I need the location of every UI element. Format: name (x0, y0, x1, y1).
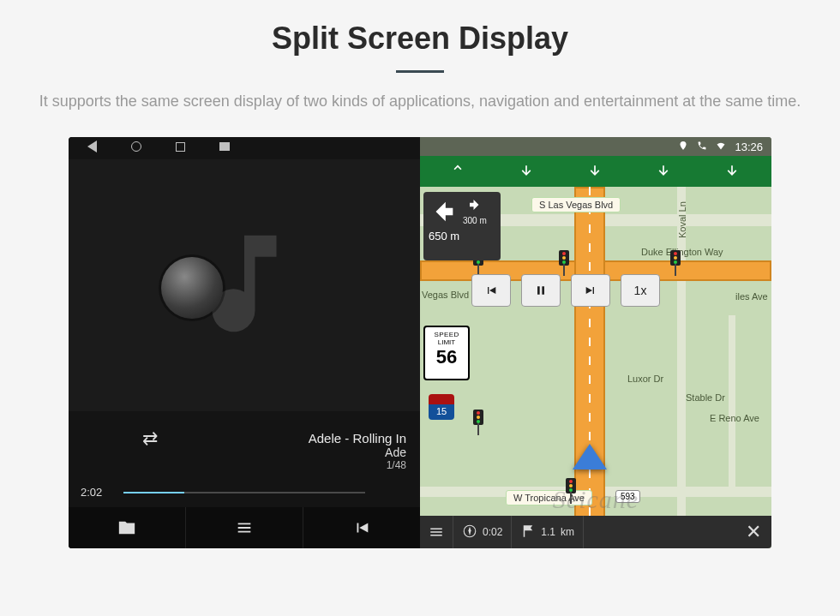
remaining-dist: 1.1 (541, 526, 555, 538)
lane-arrow-icon (651, 159, 675, 183)
lane-arrow-icon (514, 159, 538, 183)
progress-row: 2:02 (69, 486, 420, 499)
eta-display: 0:02 (453, 516, 512, 548)
music-bottom-controls (69, 507, 420, 548)
page-subtitle: It supports the same screen display of t… (0, 90, 840, 137)
next-turn-dist: 300 (463, 216, 477, 225)
speed-label-2: LIMIT (425, 338, 468, 346)
android-nav-bar (69, 141, 230, 153)
recents-icon[interactable] (176, 142, 185, 152)
browse-button[interactable] (69, 507, 186, 548)
sim-next-button[interactable] (571, 274, 610, 307)
clock-time: 13:26 (735, 141, 763, 153)
track-counter: 1/48 (69, 459, 406, 471)
poi-label: Vegas Blvd (422, 290, 469, 300)
lane-arrow-icon (446, 159, 470, 183)
speed-label-1: SPEED (425, 331, 468, 338)
turn-instruction-box: 300 m 650 m (423, 192, 501, 260)
poi-label: Stable Dr (686, 392, 725, 403)
sim-speed-button[interactable]: 1x (621, 274, 660, 307)
main-turn-unit: m (450, 230, 459, 242)
nav-bottom-bar: 0:02 1.1 km ✕ (420, 516, 771, 548)
sim-pause-button[interactable] (521, 274, 561, 307)
prev-track-button[interactable] (303, 507, 420, 548)
poi-label: Luxor Dr (627, 374, 663, 384)
track-info: Adele - Rolling In Ade 1/48 (69, 431, 420, 471)
nav-pane: 13:26 S Las Vegas Blvd W Tropicana Ave 5… (420, 137, 771, 548)
close-button[interactable]: ✕ (735, 516, 771, 548)
speed-limit-sign: SPEED LIMIT 56 (423, 326, 470, 380)
joystick-overlay[interactable] (161, 257, 223, 319)
title-underline (396, 70, 444, 73)
progress-bar[interactable] (123, 492, 365, 493)
distance-display: 1.1 km (512, 516, 584, 548)
main-turn-dist: 650 (429, 230, 447, 242)
phone-icon (697, 141, 707, 153)
device-frame: ⇄ Adele - Rolling In Ade 1/48 2:02 (69, 137, 771, 548)
highway-shield: 15 (429, 394, 454, 420)
speed-limit-value: 56 (425, 346, 468, 368)
next-turn-unit: m (479, 216, 486, 225)
eta-time: 0:02 (483, 526, 502, 538)
lane-guidance-bar (420, 156, 771, 187)
flag-icon (520, 523, 536, 541)
home-icon[interactable] (131, 141, 141, 152)
wifi-icon (716, 141, 726, 153)
page-title: Split Screen Display (0, 0, 840, 57)
sim-prev-button[interactable] (471, 274, 511, 307)
traffic-light-icon (471, 410, 485, 435)
poi-label: iles Ave (735, 291, 768, 302)
lane-arrow-icon (583, 159, 607, 183)
status-bar: 13:26 (420, 137, 771, 156)
vehicle-cursor-icon (573, 444, 607, 469)
track-title: Adele - Rolling In (69, 431, 406, 446)
compass-icon (462, 523, 477, 541)
music-pane: ⇄ Adele - Rolling In Ade 1/48 2:02 (69, 137, 420, 548)
lane-arrow-icon (720, 159, 744, 183)
street-label: S Las Vegas Blvd (531, 197, 621, 212)
watermark: Seicane (553, 485, 639, 514)
back-icon[interactable] (87, 141, 97, 153)
list-button[interactable] (186, 507, 303, 548)
sim-control-row: 1x (471, 274, 660, 307)
location-icon (678, 141, 688, 153)
turn-right-icon (467, 197, 483, 216)
menu-button[interactable] (420, 516, 453, 548)
poi-label: E Reno Ave (710, 413, 759, 423)
traffic-light-icon (557, 250, 571, 276)
turn-left-icon (429, 197, 458, 230)
traffic-light-icon (669, 250, 682, 276)
elapsed-time: 2:02 (81, 486, 115, 499)
track-artist: Ade (69, 446, 406, 459)
poi-label: Koval Ln (677, 201, 687, 238)
album-art-area (69, 159, 420, 411)
screenshot-icon[interactable] (219, 142, 230, 151)
remaining-unit: km (561, 526, 574, 538)
